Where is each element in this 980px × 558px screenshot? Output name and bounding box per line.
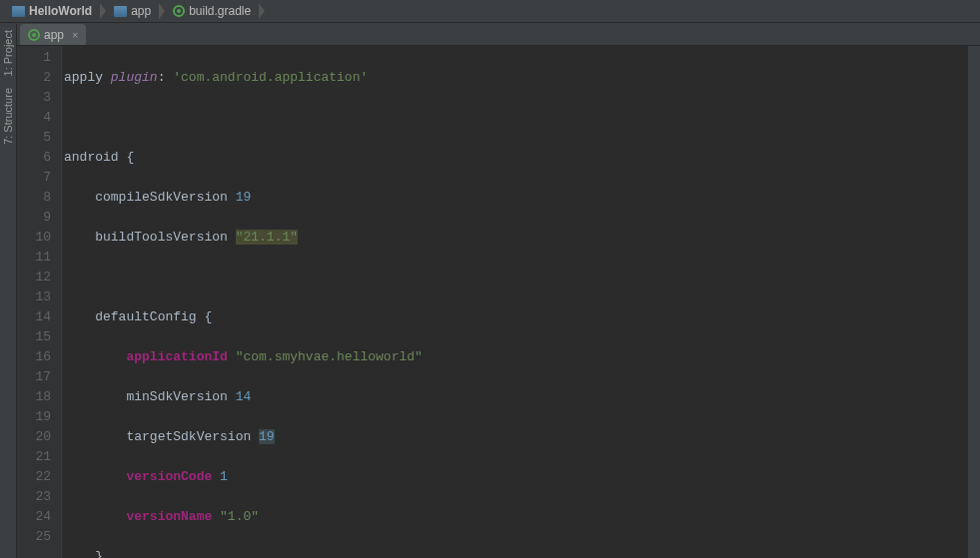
editor-tab[interactable]: app ×	[20, 24, 86, 45]
tool-label: 7: Structure	[2, 88, 14, 145]
breadcrumb-item-module[interactable]: app	[108, 0, 157, 22]
gradle-icon	[28, 29, 40, 41]
line-number: 19	[17, 407, 51, 427]
line-number: 11	[17, 248, 51, 268]
line-number: 25	[17, 527, 51, 547]
line-number: 3	[17, 88, 51, 108]
close-icon[interactable]: ×	[72, 29, 78, 41]
line-number: 6	[17, 148, 51, 168]
line-number: 24	[17, 507, 51, 527]
code-token: "com.smyhvae.helloworld"	[236, 349, 423, 364]
code-token: 19	[236, 190, 252, 205]
tool-label: 1: Project	[2, 30, 14, 76]
line-number: 15	[17, 327, 51, 347]
line-number: 4	[17, 108, 51, 128]
line-number: 2	[17, 68, 51, 88]
chevron-right-icon	[259, 3, 265, 19]
breadcrumb-item-file[interactable]: build.gradle	[167, 0, 257, 22]
code-token: compileSdkVersion	[95, 190, 235, 205]
project-tool-button[interactable]: 1: Project	[0, 24, 16, 82]
editor-gutter[interactable]: 1 2 3 4 5 6 7 8 9 10 11 12 13 14 15 16 1…	[17, 46, 62, 558]
folder-icon	[12, 6, 25, 17]
breadcrumb-label: build.gradle	[189, 4, 251, 18]
line-number: 20	[17, 427, 51, 447]
line-number: 16	[17, 347, 51, 367]
code-token: android {	[64, 150, 134, 165]
code-token: applicationId	[126, 349, 235, 364]
line-number: 5	[17, 128, 51, 148]
line-number: 10	[17, 228, 51, 248]
breadcrumb-item-project[interactable]: HelloWorld	[6, 0, 98, 22]
breadcrumb-label: HelloWorld	[29, 4, 92, 18]
chevron-right-icon	[100, 3, 106, 19]
code-editor[interactable]: apply plugin: 'com.android.application' …	[62, 46, 967, 558]
code-token: "1.0"	[220, 509, 259, 524]
tool-window-strip-left: 1: Project 7: Structure	[0, 24, 17, 558]
folder-icon	[114, 6, 127, 17]
line-number: 22	[17, 467, 51, 487]
line-number: 1	[17, 48, 51, 68]
code-token: versionCode	[126, 469, 220, 484]
code-token: 19	[259, 429, 275, 444]
line-number: 14	[17, 307, 51, 327]
gradle-icon	[173, 5, 185, 17]
line-number: 17	[17, 367, 51, 387]
code-token: 'com.android.application'	[173, 70, 368, 85]
code-token: defaultConfig {	[95, 309, 212, 324]
editor: 1 2 3 4 5 6 7 8 9 10 11 12 13 14 15 16 1…	[17, 46, 980, 558]
line-number: 12	[17, 268, 51, 287]
code-token: versionName	[126, 509, 220, 524]
code-token: :	[158, 70, 174, 85]
line-number: 9	[17, 208, 51, 228]
code-token: plugin	[111, 70, 158, 85]
scrollbar[interactable]	[967, 46, 980, 558]
line-number: 23	[17, 487, 51, 507]
breadcrumb: HelloWorld app build.gradle	[0, 0, 980, 23]
structure-tool-button[interactable]: 7: Structure	[0, 82, 16, 151]
line-number: 18	[17, 387, 51, 407]
code-token: }	[95, 549, 103, 558]
editor-tab-bar: app ×	[0, 23, 980, 46]
code-token: "21.1.1"	[236, 230, 298, 245]
breadcrumb-label: app	[131, 4, 151, 18]
line-number: 13	[17, 287, 51, 307]
line-number: 8	[17, 188, 51, 208]
chevron-right-icon	[159, 3, 165, 19]
tab-label: app	[44, 28, 64, 42]
line-number: 7	[17, 168, 51, 188]
line-number: 21	[17, 447, 51, 467]
code-token: apply	[64, 70, 111, 85]
code-token: 1	[220, 469, 228, 484]
code-token: minSdkVersion	[126, 389, 235, 404]
code-token: targetSdkVersion	[126, 429, 259, 444]
code-token: 14	[236, 389, 252, 404]
code-token: buildToolsVersion	[95, 230, 235, 245]
